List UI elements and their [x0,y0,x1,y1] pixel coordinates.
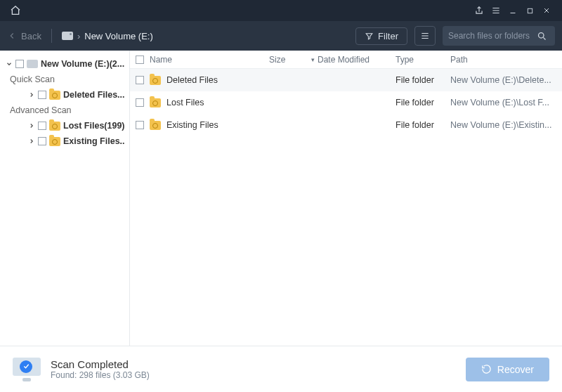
table-row[interactable]: Existing Files File folder New Volume (E… [130,114,562,136]
search-input[interactable] [448,31,532,41]
drive-icon [27,60,38,68]
row-name: Deleted Files [166,75,218,85]
col-size-header[interactable]: Size [269,55,311,65]
chevron-down-icon[interactable] [6,60,13,68]
view-mode-button[interactable] [414,26,436,46]
svg-point-1 [539,32,544,38]
checkbox[interactable] [15,60,24,68]
folder-icon [49,122,60,131]
home-icon[interactable] [7,2,24,19]
share-icon[interactable] [471,2,488,19]
scan-status-title: Scan Completed [51,358,150,370]
back-button[interactable]: Back [7,31,41,41]
table-row[interactable]: Lost Files File folder New Volume (E:)\L… [130,91,562,114]
col-date-header[interactable]: ▾ Date Modified [311,55,396,65]
titlebar [0,0,562,21]
checkbox[interactable] [38,122,46,130]
toolbar: Back › New Volume (E:) Filter [0,21,562,51]
chevron-right-icon[interactable] [28,122,35,130]
col-name-header[interactable]: Name [150,55,172,65]
col-type-header[interactable]: Type [396,55,450,65]
back-label: Back [21,31,41,41]
breadcrumb-label: New Volume (E:) [84,31,153,41]
close-icon[interactable] [538,2,555,19]
search-icon [537,31,547,41]
sort-indicator-icon: ▾ [311,56,315,63]
row-type: File folder [396,75,450,85]
table-row[interactable]: Deleted Files File folder New Volume (E:… [130,69,562,91]
checkbox[interactable] [38,137,46,145]
checkbox[interactable] [38,91,46,99]
select-all-checkbox[interactable] [136,55,144,64]
row-path: New Volume (E:)\Lost F... [450,98,562,107]
file-panel: Name Size ▾ Date Modified Type Path Dele… [130,51,562,346]
chevron-right-icon[interactable] [28,91,35,99]
checkbox[interactable] [136,121,144,129]
main-area: New Volume (E:)(2... Quick Scan Deleted … [0,51,562,346]
minimize-icon[interactable] [504,2,521,19]
sidebar: New Volume (E:)(2... Quick Scan Deleted … [0,51,130,346]
folder-icon [150,121,161,130]
drive-icon [62,32,73,40]
check-icon [20,360,32,373]
row-type: File folder [396,98,450,107]
row-path: New Volume (E:)\Existin... [450,120,562,130]
tree-item-label: Existing Files... [63,136,125,146]
tree-item-existing[interactable]: Existing Files... [4,133,125,149]
folder-icon [49,137,60,146]
row-path: New Volume (E:)\Delete... [450,75,562,85]
checkbox[interactable] [136,98,144,107]
scan-status-subtitle: Found: 298 files (3.03 GB) [51,370,150,380]
tree-item-label: Lost Files(199) [63,121,125,131]
maximize-icon[interactable] [521,2,538,19]
scan-status: Scan Completed Found: 298 files (3.03 GB… [51,358,150,380]
breadcrumb[interactable]: › New Volume (E:) [62,31,153,41]
tree-item-deleted[interactable]: Deleted Files... [4,87,125,103]
col-path-header[interactable]: Path [450,55,562,65]
recover-button[interactable]: Recover [466,358,549,381]
footer: Scan Completed Found: 298 files (3.03 GB… [0,346,562,392]
tree-root-label: New Volume (E:)(2... [41,59,124,69]
menu-icon[interactable] [488,2,504,19]
folder-icon [150,76,161,85]
filter-button[interactable]: Filter [355,27,407,45]
column-header-row: Name Size ▾ Date Modified Type Path [130,51,562,69]
folder-icon [150,98,161,107]
advanced-scan-group-label: Advanced Scan [4,103,125,118]
separator [51,29,52,43]
row-type: File folder [396,120,450,130]
svg-rect-0 [528,8,532,13]
recover-label: Recover [497,364,534,375]
row-name: Lost Files [166,98,204,107]
chevron-right-icon[interactable] [28,137,35,145]
quick-scan-group-label: Quick Scan [4,72,125,87]
checkbox[interactable] [136,76,144,84]
filter-label: Filter [378,31,398,41]
scan-status-icon [13,358,41,381]
tree-root[interactable]: New Volume (E:)(2... [4,56,125,72]
search-box[interactable] [443,26,555,46]
tree-item-lost[interactable]: Lost Files(199) [4,118,125,133]
tree-item-label: Deleted Files... [63,90,125,100]
folder-icon [49,91,60,100]
row-name: Existing Files [166,120,218,130]
